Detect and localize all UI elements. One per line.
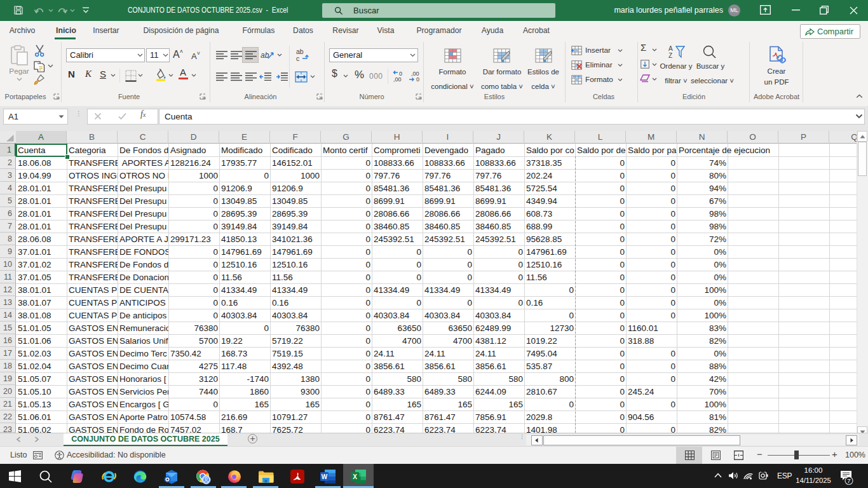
svg-text:W: W (322, 473, 328, 480)
svg-text:,00: ,00 (393, 76, 402, 83)
svg-text:c: c (296, 55, 299, 62)
svg-text:0: 0 (416, 76, 419, 83)
svg-text:X: X (353, 473, 357, 480)
svg-text:7: 7 (847, 477, 850, 484)
svg-text:ab: ab (261, 51, 269, 60)
svg-text:Z: Z (668, 52, 672, 59)
svg-text:A: A (668, 45, 673, 52)
